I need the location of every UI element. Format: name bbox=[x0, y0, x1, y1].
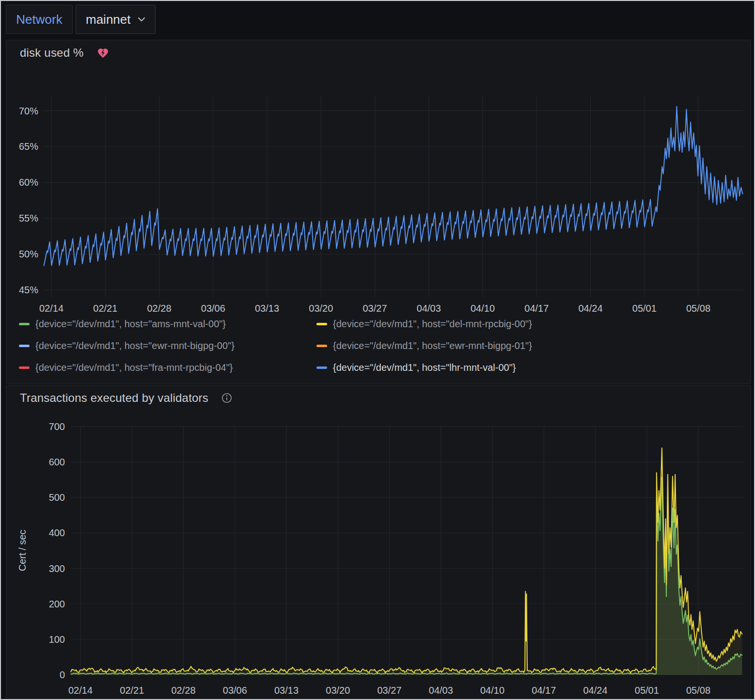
x-axis-tick-label: 05/08 bbox=[686, 303, 710, 314]
x-axis-tick-label: 03/27 bbox=[362, 303, 387, 314]
y-axis-tick-label: 45% bbox=[19, 285, 38, 295]
legend-series-swatch bbox=[19, 345, 30, 347]
dashboard-variable-bar: Network mainnet bbox=[1, 1, 754, 39]
y-axis-tick-label: 0 bbox=[60, 669, 65, 680]
legend-series-swatch bbox=[316, 366, 327, 369]
x-axis-tick-label: 04/17 bbox=[532, 685, 556, 696]
tx-plot-area[interactable] bbox=[71, 426, 743, 675]
x-axis-tick-label: 02/21 bbox=[120, 685, 144, 696]
x-axis-tick-label: 02/21 bbox=[93, 303, 117, 314]
panel-transactions: Transactions executed by validators Cert… bbox=[6, 385, 751, 700]
grafana-dashboard: Network mainnet disk used % 45%50%55%60%… bbox=[0, 0, 755, 700]
x-axis-tick-label: 03/20 bbox=[326, 685, 350, 696]
y-axis-tick-label: 50% bbox=[19, 249, 38, 259]
legend-series-swatch bbox=[19, 323, 30, 325]
y-axis-tick-label: 70% bbox=[19, 106, 38, 116]
y-axis-tick-label: 200 bbox=[49, 599, 65, 609]
y-axis-tick-label: 500 bbox=[49, 492, 65, 503]
x-axis-tick-label: 04/10 bbox=[480, 685, 504, 696]
legend-series-label: {device="/dev/md1", host="ewr-mnt-bigpg-… bbox=[35, 339, 235, 352]
x-axis-tick-label: 03/13 bbox=[274, 685, 299, 696]
x-axis-tick-label: 03/13 bbox=[255, 303, 279, 314]
x-axis-tick-label: 04/03 bbox=[429, 685, 453, 696]
panel-disk-header: disk used % bbox=[20, 46, 110, 60]
x-axis-tick-label: 04/17 bbox=[524, 303, 549, 314]
legend-series-label: {device="/dev/md1", host="ams-mnt-val-00… bbox=[35, 318, 226, 330]
y-axis-tick-label: 60% bbox=[19, 177, 38, 188]
y-axis-title: Cert / sec bbox=[17, 530, 29, 572]
legend-item[interactable]: {device="/dev/md1", host="fra-mnt-rpcbig… bbox=[19, 361, 308, 374]
y-axis-tick-label: 700 bbox=[49, 421, 65, 432]
legend-item[interactable]: {device="/dev/md1", host="ewr-mnt-bigpg-… bbox=[316, 339, 605, 352]
x-axis-tick-label: 05/01 bbox=[632, 303, 657, 314]
legend-series-label: {device="/dev/md1", host="ewr-mnt-bigpg-… bbox=[333, 339, 532, 352]
y-axis-tick-label: 300 bbox=[49, 563, 65, 574]
x-axis-tick-label: 03/06 bbox=[223, 685, 247, 696]
x-axis-tick-label: 03/06 bbox=[201, 303, 225, 314]
legend-item[interactable]: {device="/dev/md1", host="del-mnt-rpcbig… bbox=[316, 318, 605, 330]
alert-broken-heart-icon[interactable] bbox=[96, 47, 110, 59]
panel-disk-used: disk used % 45%50%55%60%65%70%02/1402/21… bbox=[6, 40, 751, 384]
y-axis-tick-label: 100 bbox=[49, 634, 65, 645]
variable-value-text: mainnet bbox=[86, 12, 131, 27]
legend-item[interactable]: {device="/dev/md1", host="lhr-mnt-val-00… bbox=[316, 361, 605, 374]
variable-label-text: Network bbox=[16, 12, 62, 27]
network-variable-dropdown[interactable]: mainnet bbox=[76, 5, 156, 34]
y-axis-tick-label: 55% bbox=[19, 213, 38, 223]
x-axis-tick-label: 04/03 bbox=[417, 303, 441, 314]
x-axis-tick-label: 03/27 bbox=[377, 685, 401, 696]
legend-item[interactable]: {device="/dev/md1", host="ams-mnt-val-00… bbox=[19, 318, 308, 330]
legend-item[interactable]: {device="/dev/md1", host="ewr-mnt-bigpg-… bbox=[19, 339, 308, 352]
panel-title-disk-used[interactable]: disk used % bbox=[20, 46, 84, 60]
y-axis-tick-label: 65% bbox=[19, 141, 38, 152]
y-axis-title-wrap: Cert / sec bbox=[13, 426, 32, 675]
x-axis-tick-label: 05/08 bbox=[686, 685, 710, 696]
x-axis-tick-label: 02/14 bbox=[39, 303, 63, 314]
x-axis-tick-label: 02/28 bbox=[147, 303, 171, 314]
panel-tx-header: Transactions executed by validators bbox=[20, 391, 233, 405]
transactions-chart[interactable]: 010020030040050060070002/1402/2102/2803/… bbox=[6, 385, 750, 700]
x-axis-tick-label: 03/20 bbox=[309, 303, 333, 314]
variable-label-network: Network bbox=[6, 5, 73, 34]
disk-chart-legend: {device="/dev/md1", host="ams-mnt-val-00… bbox=[19, 318, 742, 374]
legend-series-label: {device="/dev/md1", host="fra-mnt-rpcbig… bbox=[35, 361, 233, 374]
chevron-down-icon bbox=[138, 17, 145, 22]
x-axis-tick-label: 04/24 bbox=[583, 685, 607, 696]
info-circle-icon[interactable] bbox=[221, 392, 233, 404]
y-axis-tick-label: 400 bbox=[49, 527, 65, 538]
y-axis-tick-label: 600 bbox=[49, 457, 65, 467]
panel-title-transactions[interactable]: Transactions executed by validators bbox=[20, 391, 208, 405]
legend-series-label: {device="/dev/md1", host="del-mnt-rpcbig… bbox=[333, 318, 532, 330]
legend-series-swatch bbox=[19, 366, 30, 369]
legend-series-swatch bbox=[316, 345, 327, 347]
disk-plot-area[interactable] bbox=[43, 95, 743, 297]
x-axis-tick-label: 04/24 bbox=[578, 303, 602, 314]
legend-series-swatch bbox=[316, 323, 327, 325]
x-axis-tick-label: 02/14 bbox=[68, 685, 93, 696]
x-axis-tick-label: 05/01 bbox=[635, 685, 659, 696]
legend-series-label: {device="/dev/md1", host="lhr-mnt-val-00… bbox=[333, 361, 516, 374]
x-axis-tick-label: 02/28 bbox=[171, 685, 195, 696]
x-axis-tick-label: 04/10 bbox=[471, 303, 495, 314]
